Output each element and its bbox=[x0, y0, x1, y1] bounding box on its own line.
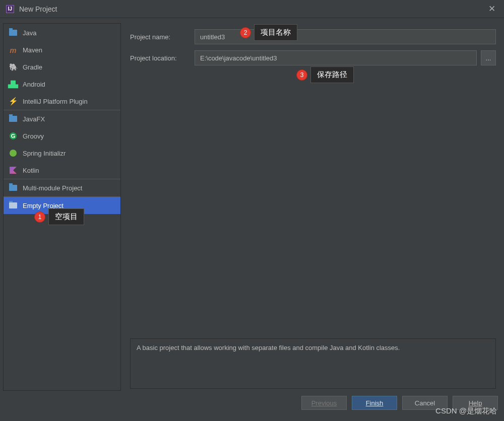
groovy-icon: G bbox=[9, 131, 18, 141]
sidebar-item-intellij-plugin[interactable]: ⚡ IntelliJ Platform Plugin bbox=[4, 93, 120, 110]
sidebar-item-label: Spring Initializr bbox=[23, 150, 66, 157]
sidebar-item-gradle[interactable]: 🐘 Gradle bbox=[4, 58, 120, 76]
annotation-2: 2 项目名称 bbox=[240, 24, 297, 41]
annotation-label: 保存路径 bbox=[310, 66, 354, 83]
annotation-badge: 3 bbox=[296, 69, 307, 81]
sidebar-item-multi-module[interactable]: Multi-module Project bbox=[4, 179, 120, 196]
project-name-row: Project name: bbox=[130, 29, 496, 44]
browse-button[interactable]: ... bbox=[481, 50, 496, 65]
kotlin-icon bbox=[9, 166, 18, 175]
sidebar-item-label: Gradle bbox=[23, 63, 42, 71]
button-bar: Previous Finish Cancel Help bbox=[0, 391, 504, 415]
sidebar-item-kotlin[interactable]: Kotlin bbox=[4, 162, 120, 179]
finish-button[interactable]: Finish bbox=[352, 396, 397, 410]
sidebar-item-label: Maven bbox=[23, 46, 42, 54]
close-button[interactable]: ✕ bbox=[486, 3, 498, 15]
content-area: Java m Maven 🐘 Gradle ▟▙ Android ⚡ Intel… bbox=[0, 18, 504, 391]
android-icon: ▟▙ bbox=[9, 80, 18, 89]
intellij-icon: IJ bbox=[6, 5, 14, 13]
annotation-label: 空项目 bbox=[48, 208, 84, 225]
sidebar-item-android[interactable]: ▟▙ Android bbox=[4, 76, 120, 93]
annotation-badge: 2 bbox=[240, 27, 251, 38]
description-panel: A basic project that allows working with… bbox=[130, 338, 496, 389]
sidebar-item-java[interactable]: Java bbox=[4, 24, 120, 41]
folder-icon bbox=[9, 183, 18, 192]
annotation-3: 3 保存路径 bbox=[296, 66, 354, 83]
spring-icon bbox=[9, 149, 18, 158]
project-location-row: Project location: ... bbox=[130, 50, 496, 65]
project-type-sidebar: Java m Maven 🐘 Gradle ▟▙ Android ⚡ Intel… bbox=[3, 23, 121, 391]
folder-icon bbox=[9, 114, 18, 123]
annotation-1: 1 空项目 bbox=[34, 208, 84, 225]
sidebar-item-label: Kotlin bbox=[23, 167, 39, 174]
plugin-icon: ⚡ bbox=[9, 97, 18, 106]
title-bar: IJ New Project ✕ bbox=[0, 0, 504, 18]
description-text: A basic project that allows working with… bbox=[137, 344, 400, 352]
previous-button[interactable]: Previous bbox=[301, 396, 347, 410]
watermark: CSDN @是烟花哈 bbox=[435, 406, 497, 416]
sidebar-item-maven[interactable]: m Maven bbox=[4, 41, 120, 58]
project-location-label: Project location: bbox=[130, 54, 195, 62]
sidebar-item-label: Groovy bbox=[23, 132, 44, 140]
maven-icon: m bbox=[9, 45, 18, 54]
sidebar-item-groovy[interactable]: G Groovy bbox=[4, 127, 120, 145]
annotation-label: 项目名称 bbox=[254, 24, 297, 41]
gradle-icon: 🐘 bbox=[9, 62, 18, 72]
sidebar-item-spring[interactable]: Spring Initializr bbox=[4, 145, 120, 162]
sidebar-item-label: IntelliJ Platform Plugin bbox=[23, 98, 88, 105]
sidebar-item-label: Multi-module Project bbox=[23, 184, 83, 192]
sidebar-item-javafx[interactable]: JavaFX bbox=[4, 110, 120, 127]
annotation-badge: 1 bbox=[34, 212, 45, 223]
sidebar-item-label: JavaFX bbox=[23, 115, 45, 123]
folder-icon bbox=[9, 28, 18, 37]
sidebar-item-label: Java bbox=[23, 29, 36, 37]
project-name-label: Project name: bbox=[130, 33, 195, 41]
project-location-input[interactable] bbox=[195, 50, 477, 65]
folder-icon bbox=[9, 201, 18, 210]
sidebar-item-label: Android bbox=[23, 81, 45, 88]
window-title: New Project bbox=[19, 5, 486, 13]
